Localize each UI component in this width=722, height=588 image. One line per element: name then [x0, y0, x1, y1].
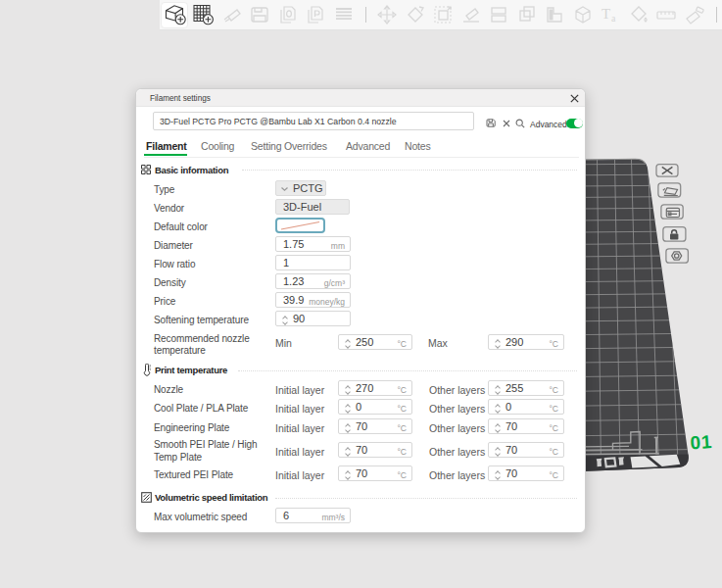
- svg-text:01: 01: [690, 431, 713, 454]
- svg-text:a: a: [611, 13, 616, 24]
- svg-text:T: T: [602, 6, 610, 22]
